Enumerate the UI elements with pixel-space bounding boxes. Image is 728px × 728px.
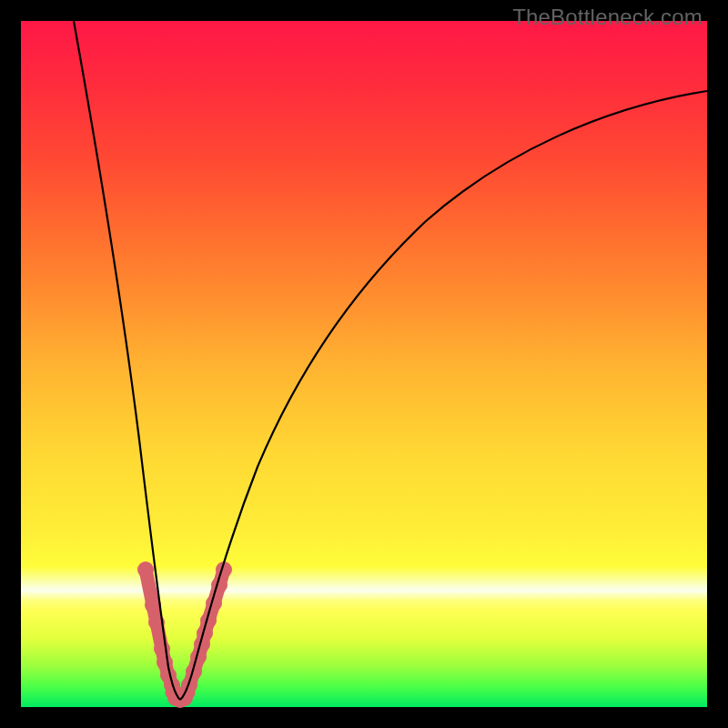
curve-left-branch [74,21,180,700]
plot-area [21,21,707,707]
marker-cluster-left [137,561,184,702]
marker-dot [154,641,170,657]
chart-frame: TheBottleneck.com [0,0,728,728]
marker-dot [137,561,154,578]
watermark-text: TheBottleneck.com [512,5,703,30]
curves-svg [21,21,707,707]
curve-right-branch [180,91,707,700]
